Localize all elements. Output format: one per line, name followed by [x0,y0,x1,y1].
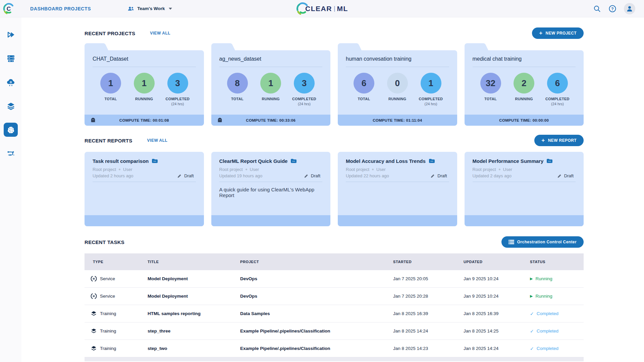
report-title: Model Accuracy and Loss Trends [346,158,426,164]
total-label: TOTAL [231,97,244,101]
clearml-logo-icon[interactable]: C [3,3,15,15]
sidebar [0,17,21,362]
logo-ml-text: ML [337,5,348,13]
task-updated: Jan 8 2025 16:39 [464,311,530,316]
task-type: Training [100,346,116,351]
task-updated: Jan 9 2025 10:24 [464,294,530,299]
report-status: Draft [311,173,320,178]
col-project: PROJECT [240,260,393,264]
report-card[interactable]: Task result comparison Root projectUser … [85,152,204,226]
recent-tasks-table: TYPE TITLE PROJECT STARTED UPDATED STATU… [85,253,584,361]
folder-tab [338,43,355,51]
task-type: Service [100,294,115,299]
sidebar-item-expand[interactable] [4,27,18,42]
training-icon [91,345,97,352]
task-project: DevOps [240,294,393,299]
task-title: Model Deployment [148,276,240,281]
project-card[interactable]: medical chat training 32TOTAL 2RUNNING 6… [465,43,584,126]
search-icon[interactable] [593,5,601,13]
report-project: Root project [93,167,116,172]
task-title: Model Deployment [148,294,240,299]
report-card[interactable]: Model Performance Summary Root projectUs… [465,152,584,226]
task-started: Jan 8 2025 16:39 [393,311,464,316]
col-started: STARTED [393,260,464,264]
col-updated: UPDATED [464,260,530,264]
completed-sub-label: (24 hrs) [551,102,564,106]
layers-icon [6,102,15,111]
report-title: ClearML Report Quick Guide [219,158,288,164]
completed-icon: ✓ [530,346,534,351]
sidebar-item-datasets[interactable] [4,99,18,113]
new-project-button[interactable]: + NEW PROJECT [532,27,584,39]
folder-tab [465,43,482,51]
project-card[interactable]: CHAT_Dataset 1TOTAL 1RUNNING 3COMPLETED(… [85,43,204,126]
main-content: RECENT PROJECTS VIEW ALL + NEW PROJECT C… [21,17,644,362]
report-folder-icon [152,159,158,164]
workspace-name: Team's Work [137,6,165,11]
total-label: TOTAL [358,97,370,101]
completed-label: COMPLETED [419,97,443,101]
sidebar-item-workers[interactable] [4,75,18,89]
report-cards-row: Task result comparison Root projectUser … [85,152,584,226]
report-updated: Updated 2 days ago [473,173,512,178]
double-chevron-icon [6,30,15,39]
pencil-icon [557,174,562,178]
report-card-footer [85,215,204,226]
pencil-icon [177,174,182,178]
running-label: RUNNING [515,97,533,101]
reports-view-all-link[interactable]: VIEW ALL [147,138,168,143]
report-author: User [503,167,512,172]
svg-text:?: ? [611,6,613,11]
running-label: RUNNING [262,97,280,101]
page-title[interactable]: DASHBOARD PROJECTS [30,6,91,11]
task-started: Jan 8 2025 14:24 [393,328,464,334]
task-type: Training [100,328,116,334]
help-icon[interactable]: ? [608,5,616,13]
report-project: Root project [473,167,496,172]
partial-next-row [85,357,584,361]
orchestration-control-center-button[interactable]: Orchestration Control Center [501,236,584,248]
completed-label: COMPLETED [545,97,570,101]
task-updated: Jan 8 2025 14:24 [464,346,530,351]
clearml-wordmark: CLEAR | ML [296,2,348,15]
report-updated: Updated 22 hours ago [346,173,389,178]
table-row[interactable]: Service Model Deployment DevOps Jan 7 20… [85,270,584,288]
plus-icon: + [541,137,545,143]
total-count: 6 [354,73,374,94]
compute-time-prefix: COMPUTE TIME: [246,118,279,122]
project-card[interactable]: human convesation training 6TOTAL 0RUNNI… [338,43,457,126]
table-row[interactable]: Training step_three Example Pipeline/.pi… [85,322,584,340]
table-row[interactable]: Service Model Deployment DevOps Jan 7 20… [85,288,584,305]
table-row[interactable]: Training HTML samples reporting Data Sam… [85,305,584,322]
completed-icon: ✓ [530,311,534,316]
task-started: Jan 8 2025 14:23 [393,346,464,351]
table-row[interactable]: Training step_two Example Pipeline/.pipe… [85,340,584,357]
task-status: Running [535,294,552,299]
completed-count: 6 [547,73,568,94]
completed-icon: ✓ [530,328,534,334]
project-card[interactable]: ag_news_dataset 8TOTAL 1RUNNING 3COMPLET… [211,43,331,126]
project-name: ag_news_dataset [219,56,323,62]
task-updated: Jan 8 2025 14:25 [464,328,530,334]
task-started: Jan 7 2025 20:28 [393,294,464,299]
report-card[interactable]: Model Accuracy and Loss Trends Root proj… [338,152,457,226]
workspace-switcher[interactable]: Team's Work [127,6,172,11]
report-status: Draft [564,173,574,178]
recent-reports-header: RECENT REPORTS VIEW ALL + NEW REPORT [85,135,584,146]
pipeline-icon [6,149,15,158]
project-cards-row: CHAT_Dataset 1TOTAL 1RUNNING 3COMPLETED(… [85,43,584,126]
report-card[interactable]: ClearML Report Quick Guide Root projectU… [211,152,331,226]
projects-view-all-link[interactable]: VIEW ALL [150,31,170,36]
dot-separator [499,169,500,170]
sidebar-item-queues[interactable] [4,51,18,65]
sidebar-item-pipelines[interactable] [4,146,18,161]
task-status: Completed [537,328,558,334]
report-folder-icon [429,159,435,164]
recent-reports-title: RECENT REPORTS [85,138,132,143]
user-avatar[interactable] [624,3,635,14]
sidebar-item-projects[interactable] [4,123,18,137]
running-count: 0 [387,73,408,94]
task-updated: Jan 9 2025 10:24 [464,276,530,281]
task-title: step_two [148,346,240,351]
new-report-button[interactable]: + NEW REPORT [534,135,584,146]
